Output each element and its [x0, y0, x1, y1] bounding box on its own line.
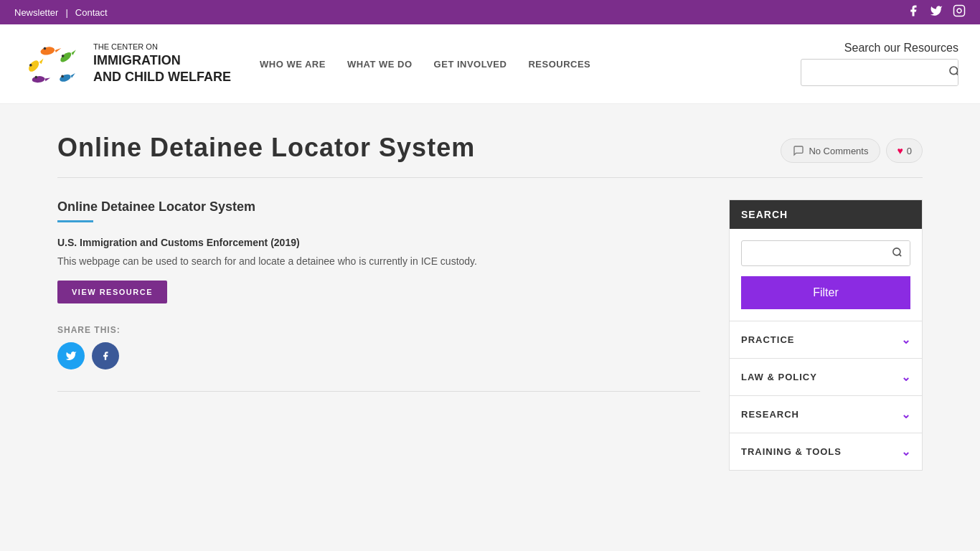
svg-point-11 — [32, 75, 45, 83]
no-comments-label: No Comments — [809, 146, 868, 156]
research-chevron-icon: ⌄ — [901, 408, 910, 421]
header-search-button[interactable] — [941, 60, 958, 85]
logo-line3: AND CHILD WELFARE — [93, 69, 231, 85]
logo-line2: IMMIGRATION — [93, 52, 231, 69]
sidebar-law-policy-label: LAW & POLICY — [741, 372, 817, 382]
training-tools-chevron-icon: ⌄ — [901, 445, 910, 458]
page-title-section: Online Detainee Locator System No Commen… — [0, 104, 980, 177]
newsletter-link[interactable]: Newsletter — [14, 7, 58, 18]
top-bar-links: Newsletter | Contact — [14, 7, 108, 18]
article-description: This webpage can be used to search for a… — [57, 254, 700, 269]
main-nav: WHO WE ARE WHAT WE DO GET INVOLVED RESOU… — [260, 59, 590, 70]
share-buttons — [57, 342, 700, 369]
article-area: Online Detainee Locator System U.S. Immi… — [57, 199, 700, 392]
svg-marker-15 — [70, 73, 75, 78]
page-title: Online Detainee Locator System — [57, 133, 475, 163]
share-section: SHARE THIS: — [57, 325, 700, 369]
sidebar-search-header: SEARCH — [730, 200, 922, 229]
instagram-icon[interactable] — [953, 4, 966, 20]
sidebar-search-body: Filter — [730, 229, 922, 321]
twitter-icon[interactable] — [930, 4, 943, 20]
svg-marker-6 — [55, 47, 61, 53]
share-twitter-button[interactable] — [57, 342, 85, 369]
top-bar: Newsletter | Contact — [0, 0, 980, 24]
logo-birds — [22, 32, 86, 96]
content-layout: Online Detainee Locator System U.S. Immi… — [0, 178, 980, 492]
main-content: Online Detainee Locator System No Commen… — [0, 104, 980, 534]
sidebar-training-tools-label: TRAINING & TOOLS — [741, 446, 842, 457]
sidebar-search-button[interactable] — [885, 241, 910, 265]
header-left: THE CENTER ON IMMIGRATION AND CHILD WELF… — [22, 32, 590, 96]
like-button[interactable]: ♥ 0 — [886, 138, 923, 163]
svg-marker-3 — [39, 58, 45, 64]
nav-resources[interactable]: RESOURCES — [528, 59, 590, 70]
sidebar: SEARCH Filter PRACTICE ⌄ LAW & POLICY — [729, 199, 923, 471]
share-label: SHARE THIS: — [57, 325, 700, 335]
share-facebook-button[interactable] — [92, 342, 119, 369]
page-actions: No Comments ♥ 0 — [781, 138, 923, 163]
svg-line-18 — [956, 73, 958, 75]
filter-button[interactable]: Filter — [741, 276, 910, 309]
nav-get-involved[interactable]: GET INVOLVED — [434, 59, 507, 70]
nav-who-we-are[interactable]: WHO WE ARE — [260, 59, 326, 70]
like-count: 0 — [907, 146, 912, 156]
sidebar-research-label: RESEARCH — [741, 409, 799, 420]
law-policy-chevron-icon: ⌄ — [901, 370, 910, 384]
svg-marker-12 — [44, 77, 50, 82]
contact-link[interactable]: Contact — [75, 7, 108, 18]
sidebar-section-practice[interactable]: PRACTICE ⌄ — [730, 321, 922, 358]
sidebar-section-law-policy[interactable]: LAW & POLICY ⌄ — [730, 358, 922, 395]
sidebar-practice-label: PRACTICE — [741, 334, 794, 345]
svg-point-19 — [893, 248, 900, 255]
sidebar-section-training-tools[interactable]: TRAINING & TOOLS ⌄ — [730, 433, 922, 470]
sidebar-search-input[interactable] — [742, 242, 885, 265]
header-search: Search our Resources — [801, 42, 958, 86]
logo-area: THE CENTER ON IMMIGRATION AND CHILD WELF… — [22, 32, 231, 96]
logo-line1: THE CENTER ON — [93, 42, 231, 52]
social-links — [907, 4, 966, 20]
svg-point-14 — [59, 73, 72, 83]
article-title-underline — [57, 220, 93, 222]
header-search-label: Search our Resources — [844, 42, 958, 55]
view-resource-button[interactable]: VIEW RESOURCE — [57, 281, 167, 303]
facebook-icon[interactable] — [907, 4, 920, 20]
svg-point-8 — [59, 50, 73, 63]
svg-marker-9 — [71, 50, 77, 55]
sidebar-box: SEARCH Filter PRACTICE ⌄ LAW & POLICY — [729, 199, 923, 471]
svg-point-5 — [40, 46, 55, 56]
svg-rect-0 — [954, 6, 965, 17]
header-search-box — [801, 59, 958, 86]
sidebar-search-row — [741, 240, 910, 266]
top-bar-divider: | — [65, 7, 67, 18]
no-comments-button[interactable]: No Comments — [781, 138, 880, 163]
svg-line-20 — [899, 254, 901, 256]
svg-point-17 — [950, 67, 958, 75]
logo-text: THE CENTER ON IMMIGRATION AND CHILD WELF… — [93, 42, 231, 85]
practice-chevron-icon: ⌄ — [901, 333, 910, 347]
site-header: THE CENTER ON IMMIGRATION AND CHILD WELF… — [0, 24, 980, 104]
nav-what-we-do[interactable]: WHAT WE DO — [347, 59, 413, 70]
heart-icon: ♥ — [897, 145, 903, 156]
header-search-input[interactable] — [801, 61, 941, 84]
article-title: Online Detainee Locator System — [57, 199, 700, 215]
svg-point-2 — [27, 59, 41, 74]
sidebar-section-research[interactable]: RESEARCH ⌄ — [730, 395, 922, 433]
article-source: U.S. Immigration and Customs Enforcement… — [57, 237, 700, 248]
article-bottom-divider — [57, 391, 700, 392]
